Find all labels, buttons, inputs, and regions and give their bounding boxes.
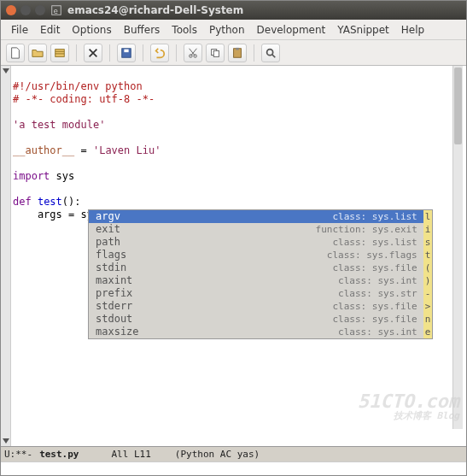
code-line: # -*- coding: utf-8 -*- [13, 93, 155, 105]
modeline-modes: (Python AC yas) [175, 449, 260, 460]
maximize-icon[interactable] [35, 5, 45, 15]
separator-icon [254, 44, 254, 62]
minimize-icon[interactable] [20, 5, 31, 15]
code-line: __author__ = 'Laven Liu' [13, 144, 161, 156]
undo-button[interactable] [150, 44, 169, 62]
fringe-indicator-icon [3, 68, 9, 73]
code-line: import sys [13, 170, 74, 182]
completion-annotation: list()->new empty li [423, 210, 432, 338]
paste-button[interactable] [228, 44, 247, 62]
toolbar [1, 40, 466, 66]
modeline-filename: test.py [39, 449, 79, 460]
close-icon[interactable] [6, 5, 16, 15]
completion-item[interactable]: pathclass: sys.list c [89, 236, 432, 249]
titlebar: e emacs24@richard-Dell-System [1, 1, 466, 20]
dired-button[interactable] [50, 44, 69, 62]
completion-item[interactable]: maxintclass: sys.int c [89, 274, 432, 287]
new-file-button[interactable] [6, 44, 25, 62]
svg-rect-6 [124, 49, 128, 52]
separator-icon [176, 44, 177, 62]
scrollbar-thumb[interactable] [454, 68, 462, 144]
svg-rect-10 [213, 50, 219, 56]
emacs-window: e emacs24@richard-Dell-System File Edit … [0, 0, 467, 476]
window-buttons [6, 5, 45, 15]
modeline[interactable]: U:**- test.py All L11 (Python AC yas) [1, 446, 466, 461]
svg-rect-12 [236, 47, 239, 50]
editor-area[interactable]: #!/usr/bin/env python # -*- coding: utf-… [1, 66, 466, 446]
menu-edit[interactable]: Edit [35, 22, 65, 38]
completion-item[interactable]: prefixclass: sys.str c [89, 287, 432, 300]
save-button[interactable] [117, 44, 136, 62]
completion-popup[interactable]: argvclass: sys.list c exitfunction: sys.… [88, 209, 433, 339]
modeline-status: U:**- [4, 449, 32, 460]
completion-item[interactable]: argvclass: sys.list c [89, 210, 432, 223]
completion-item[interactable]: stderrclass: sys.file c [89, 300, 432, 313]
minibuffer[interactable] [1, 461, 466, 475]
completion-item[interactable]: flagsclass: sys.flags c [89, 249, 432, 262]
fringe-indicator-icon [3, 438, 9, 444]
separator-icon [109, 44, 110, 62]
open-button[interactable] [28, 44, 47, 62]
menu-python[interactable]: Python [204, 22, 250, 38]
window-title: emacs24@richard-Dell-System [67, 4, 243, 16]
scrollbar[interactable] [452, 66, 463, 429]
menu-development[interactable]: Development [252, 22, 331, 38]
close-button[interactable] [84, 44, 102, 62]
menu-help[interactable]: Help [396, 22, 429, 38]
menu-options[interactable]: Options [67, 22, 116, 38]
code-line: #!/usr/bin/env python [13, 80, 143, 92]
completion-item[interactable]: stdinclass: sys.file c [89, 262, 432, 274]
svg-rect-2 [55, 49, 65, 56]
modeline-position: All L11 [111, 449, 150, 460]
code-line: def test(): [13, 196, 81, 208]
menu-tools[interactable]: Tools [166, 22, 202, 38]
search-button[interactable] [261, 44, 280, 62]
separator-icon [76, 44, 77, 62]
svg-line-14 [272, 54, 276, 57]
copy-button[interactable] [206, 44, 225, 62]
fringe [1, 66, 11, 446]
completion-item[interactable]: stdoutclass: sys.file c [89, 313, 432, 326]
menu-yasnippet[interactable]: YASnippet [332, 22, 394, 38]
code-line: 'a test module' [13, 119, 105, 131]
svg-point-13 [267, 49, 273, 55]
menu-file[interactable]: File [6, 22, 33, 38]
menu-buffers[interactable]: Buffers [119, 22, 166, 38]
completion-item[interactable]: maxsizeclass: sys.int c [89, 326, 432, 338]
app-icon: e [50, 4, 62, 16]
completion-item[interactable]: exitfunction: sys.exit f [89, 223, 432, 236]
watermark: 51CTO.com 技术博客 Blog [358, 392, 459, 420]
svg-text:e: e [54, 7, 58, 15]
menubar: File Edit Options Buffers Tools Python D… [1, 20, 466, 40]
separator-icon [143, 44, 143, 62]
cut-button[interactable] [184, 44, 202, 62]
